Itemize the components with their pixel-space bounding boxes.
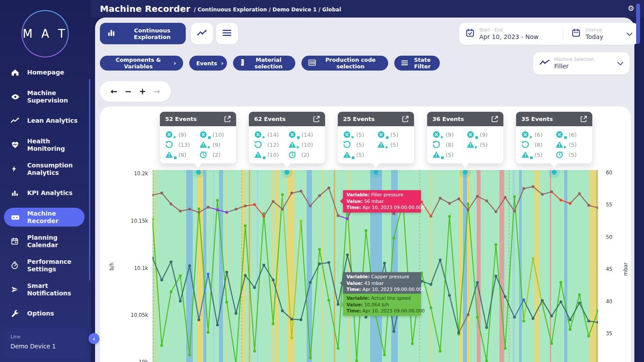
data-point[interactable] (569, 202, 571, 205)
events-button[interactable]: Events › (189, 56, 227, 71)
breadcrumb-segment[interactable]: / Continuous Exploration (194, 7, 267, 13)
data-point[interactable] (522, 187, 525, 190)
data-point[interactable] (383, 354, 386, 356)
data-point[interactable] (216, 323, 219, 326)
data-point[interactable] (152, 218, 154, 220)
data-point[interactable] (337, 214, 340, 217)
data-point[interactable] (244, 224, 247, 227)
data-point[interactable] (300, 319, 302, 321)
data-point[interactable] (467, 313, 469, 316)
open-events-icon[interactable] (580, 116, 587, 122)
data-point[interactable] (225, 211, 228, 213)
data-point[interactable] (244, 205, 247, 207)
material-selection-button[interactable]: Material selection (233, 56, 295, 71)
data-point[interactable] (216, 199, 219, 202)
data-point[interactable] (234, 312, 237, 315)
data-point[interactable] (531, 185, 534, 188)
interval-field[interactable]: Interval Today (585, 28, 603, 40)
data-point[interactable] (309, 356, 311, 359)
breadcrumb-segment[interactable]: / Global (317, 7, 341, 13)
data-point[interactable] (476, 316, 478, 319)
data-point[interactable] (587, 335, 590, 337)
timeseries-chart[interactable]: Variable: Filler pressureValue: 56 mbarT… (152, 170, 598, 362)
data-point[interactable] (152, 257, 154, 259)
data-point[interactable] (569, 328, 571, 331)
line-chart-view-button[interactable] (191, 23, 213, 44)
data-point[interactable] (559, 199, 562, 201)
data-point[interactable] (587, 319, 590, 322)
data-point[interactable] (198, 319, 200, 321)
data-point[interactable] (476, 195, 478, 198)
open-events-icon[interactable] (224, 116, 231, 122)
data-point[interactable] (179, 274, 181, 277)
data-point[interactable] (281, 193, 283, 196)
data-point[interactable] (439, 197, 442, 199)
page-scrollbar[interactable] (636, 4, 640, 44)
data-point[interactable] (504, 347, 506, 350)
data-point[interactable] (587, 204, 590, 206)
data-point[interactable] (578, 293, 580, 296)
data-point[interactable] (393, 237, 395, 239)
data-point[interactable] (262, 264, 265, 266)
data-point[interactable] (485, 359, 488, 362)
data-point[interactable] (485, 326, 488, 329)
data-point[interactable] (170, 202, 172, 205)
data-point[interactable] (309, 205, 311, 207)
data-point[interactable] (578, 302, 580, 304)
data-point[interactable] (318, 248, 321, 251)
data-point[interactable] (495, 275, 497, 277)
production-code-selection-button[interactable]: Production code selection (301, 56, 388, 71)
data-point[interactable] (346, 217, 349, 220)
data-point[interactable] (207, 206, 209, 209)
data-point[interactable] (495, 243, 497, 246)
data-point[interactable] (188, 354, 191, 356)
data-point[interactable] (327, 299, 330, 302)
data-point[interactable] (383, 262, 386, 264)
pan-right-button[interactable]: → (153, 87, 160, 96)
event-dot[interactable] (463, 170, 468, 175)
data-point[interactable] (216, 208, 219, 211)
continuous-exploration-button[interactable]: Continuous Exploration (100, 23, 186, 44)
data-point[interactable] (207, 331, 209, 334)
data-point[interactable] (318, 194, 321, 197)
data-point[interactable] (253, 350, 256, 352)
data-point[interactable] (504, 196, 506, 199)
data-point[interactable] (476, 281, 478, 284)
data-point[interactable] (244, 274, 247, 277)
machine-selection-card[interactable]: Machine Selection Filler (533, 52, 630, 75)
sidebar-item-options[interactable]: Options (0, 302, 91, 326)
data-point[interactable] (327, 187, 330, 189)
data-point[interactable] (522, 298, 525, 301)
data-point[interactable] (541, 299, 544, 302)
data-point[interactable] (467, 208, 469, 211)
device-card[interactable]: Line Demo Device 1 (4, 328, 87, 358)
state-filter-button[interactable]: State Filter (394, 56, 440, 71)
data-point[interactable] (467, 203, 469, 206)
data-point[interactable] (309, 281, 311, 284)
sidebar-item-machine-supervision[interactable]: Machine Supervision (0, 85, 91, 109)
data-point[interactable] (300, 220, 302, 222)
data-point[interactable] (272, 323, 274, 325)
data-point[interactable] (327, 261, 330, 264)
data-point[interactable] (364, 229, 367, 232)
data-point[interactable] (281, 208, 283, 210)
sidebar-item-health-monitoring[interactable]: Health Monitoring (0, 133, 91, 157)
data-point[interactable] (559, 300, 562, 303)
sidebar-item-performance-settings[interactable]: Performance Settings (0, 253, 91, 277)
data-point[interactable] (337, 303, 340, 305)
data-point[interactable] (393, 330, 395, 333)
open-events-icon[interactable] (492, 116, 498, 122)
data-point[interactable] (504, 295, 506, 298)
data-point[interactable] (531, 317, 534, 320)
data-point[interactable] (448, 294, 451, 297)
data-point[interactable] (300, 190, 302, 192)
data-point[interactable] (281, 309, 283, 312)
sidebar-item-kpi-analytics[interactable]: KPI Analytics (0, 181, 91, 205)
data-point[interactable] (225, 301, 228, 303)
data-point[interactable] (411, 342, 414, 345)
event-dot[interactable] (374, 170, 379, 175)
zoom-in-button[interactable]: + (139, 87, 146, 96)
data-point[interactable] (457, 198, 460, 200)
data-point[interactable] (522, 319, 525, 322)
data-point[interactable] (448, 215, 451, 218)
